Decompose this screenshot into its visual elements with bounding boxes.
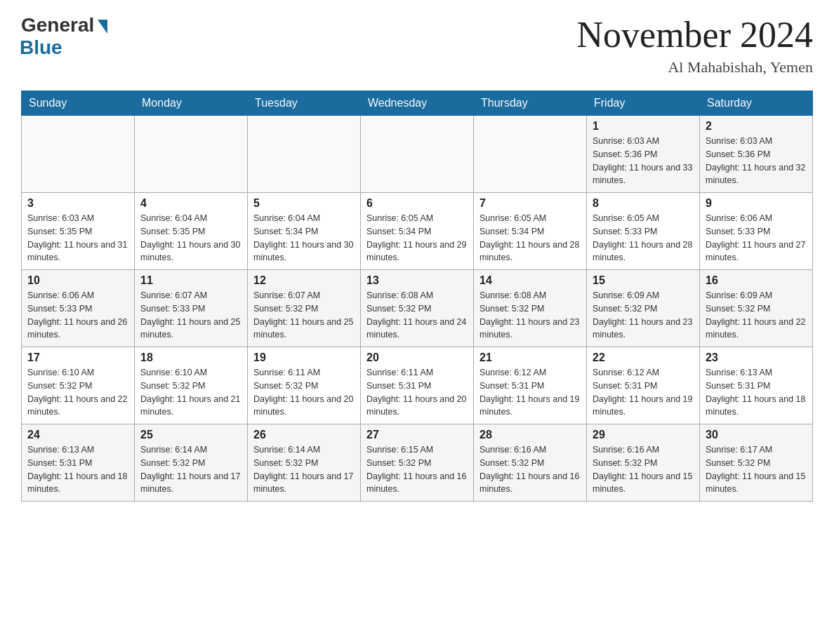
day-number: 8 (593, 197, 694, 210)
day-info: Sunrise: 6:10 AM Sunset: 5:32 PM Dayligh… (27, 366, 128, 419)
table-row (474, 116, 587, 193)
day-info: Sunrise: 6:10 AM Sunset: 5:32 PM Dayligh… (140, 366, 241, 419)
col-friday: Friday (587, 91, 700, 116)
day-info: Sunrise: 6:06 AM Sunset: 5:33 PM Dayligh… (27, 289, 128, 342)
table-row: 25Sunrise: 6:14 AM Sunset: 5:32 PM Dayli… (135, 424, 248, 502)
table-row: 19Sunrise: 6:11 AM Sunset: 5:32 PM Dayli… (248, 347, 361, 424)
day-number: 27 (366, 429, 468, 441)
table-row: 11Sunrise: 6:07 AM Sunset: 5:33 PM Dayli… (135, 270, 248, 347)
day-number: 5 (253, 197, 355, 210)
table-row: 8Sunrise: 6:05 AM Sunset: 5:33 PM Daylig… (587, 193, 700, 270)
table-row: 9Sunrise: 6:06 AM Sunset: 5:33 PM Daylig… (700, 193, 813, 270)
day-number: 25 (140, 429, 241, 441)
table-row: 4Sunrise: 6:04 AM Sunset: 5:35 PM Daylig… (135, 193, 248, 270)
day-number: 20 (366, 351, 468, 364)
table-row (22, 116, 135, 193)
day-number: 4 (140, 197, 241, 210)
col-wednesday: Wednesday (361, 91, 474, 116)
logo-arrow-icon (98, 20, 107, 34)
day-info: Sunrise: 6:14 AM Sunset: 5:32 PM Dayligh… (253, 443, 355, 496)
table-row: 29Sunrise: 6:16 AM Sunset: 5:32 PM Dayli… (587, 424, 700, 502)
day-info: Sunrise: 6:14 AM Sunset: 5:32 PM Dayligh… (140, 443, 241, 496)
day-number: 11 (140, 274, 241, 287)
day-info: Sunrise: 6:13 AM Sunset: 5:31 PM Dayligh… (706, 366, 807, 419)
table-row: 27Sunrise: 6:15 AM Sunset: 5:32 PM Dayli… (361, 424, 474, 502)
col-thursday: Thursday (474, 91, 587, 116)
day-number: 13 (366, 274, 468, 287)
day-info: Sunrise: 6:07 AM Sunset: 5:33 PM Dayligh… (140, 289, 241, 342)
table-row: 2Sunrise: 6:03 AM Sunset: 5:36 PM Daylig… (700, 116, 813, 193)
table-row (135, 116, 248, 193)
logo-blue-text: Blue (20, 36, 62, 59)
day-number: 1 (593, 120, 694, 133)
table-row: 28Sunrise: 6:16 AM Sunset: 5:32 PM Dayli… (474, 424, 587, 502)
table-row: 3Sunrise: 6:03 AM Sunset: 5:35 PM Daylig… (22, 193, 135, 270)
day-number: 15 (593, 274, 694, 287)
calendar-week-4: 17Sunrise: 6:10 AM Sunset: 5:32 PM Dayli… (22, 347, 813, 424)
table-row (248, 116, 361, 193)
day-info: Sunrise: 6:03 AM Sunset: 5:35 PM Dayligh… (27, 212, 128, 264)
day-info: Sunrise: 6:09 AM Sunset: 5:32 PM Dayligh… (706, 289, 807, 342)
day-info: Sunrise: 6:07 AM Sunset: 5:32 PM Dayligh… (253, 289, 355, 342)
day-number: 14 (479, 274, 581, 287)
table-row (361, 116, 474, 193)
calendar-week-5: 24Sunrise: 6:13 AM Sunset: 5:31 PM Dayli… (22, 424, 813, 502)
calendar-week-1: 1Sunrise: 6:03 AM Sunset: 5:36 PM Daylig… (22, 116, 813, 193)
day-info: Sunrise: 6:03 AM Sunset: 5:36 PM Dayligh… (593, 135, 694, 187)
day-number: 17 (27, 351, 128, 364)
day-info: Sunrise: 6:16 AM Sunset: 5:32 PM Dayligh… (593, 443, 694, 496)
col-sunday: Sunday (22, 91, 135, 116)
header-right: November 2024 Al Mahabishah, Yemen (577, 14, 813, 76)
day-info: Sunrise: 6:05 AM Sunset: 5:33 PM Dayligh… (593, 212, 694, 264)
day-number: 22 (593, 351, 694, 364)
day-number: 18 (140, 351, 241, 364)
table-row: 12Sunrise: 6:07 AM Sunset: 5:32 PM Dayli… (248, 270, 361, 347)
day-number: 29 (593, 429, 694, 441)
day-info: Sunrise: 6:04 AM Sunset: 5:35 PM Dayligh… (140, 212, 241, 264)
table-row: 1Sunrise: 6:03 AM Sunset: 5:36 PM Daylig… (587, 116, 700, 193)
table-row: 30Sunrise: 6:17 AM Sunset: 5:32 PM Dayli… (700, 424, 813, 502)
day-info: Sunrise: 6:04 AM Sunset: 5:34 PM Dayligh… (253, 212, 355, 264)
month-title: November 2024 (577, 14, 813, 55)
day-info: Sunrise: 6:09 AM Sunset: 5:32 PM Dayligh… (593, 289, 694, 342)
page-header: General Blue November 2024 Al Mahabishah… (21, 14, 813, 76)
logo: General Blue (21, 14, 107, 59)
day-number: 9 (706, 197, 807, 210)
day-info: Sunrise: 6:17 AM Sunset: 5:32 PM Dayligh… (706, 443, 807, 496)
day-number: 28 (479, 429, 581, 441)
logo-general-text: General (21, 14, 94, 36)
calendar-table: Sunday Monday Tuesday Wednesday Thursday… (21, 90, 813, 502)
day-number: 21 (479, 351, 581, 364)
calendar-week-3: 10Sunrise: 6:06 AM Sunset: 5:33 PM Dayli… (22, 270, 813, 347)
day-info: Sunrise: 6:12 AM Sunset: 5:31 PM Dayligh… (479, 366, 581, 419)
location: Al Mahabishah, Yemen (577, 58, 813, 76)
day-info: Sunrise: 6:13 AM Sunset: 5:31 PM Dayligh… (27, 443, 128, 496)
day-number: 12 (253, 274, 355, 287)
table-row: 22Sunrise: 6:12 AM Sunset: 5:31 PM Dayli… (587, 347, 700, 424)
day-number: 30 (706, 429, 807, 441)
table-row: 20Sunrise: 6:11 AM Sunset: 5:31 PM Dayli… (361, 347, 474, 424)
day-info: Sunrise: 6:12 AM Sunset: 5:31 PM Dayligh… (593, 366, 694, 419)
day-info: Sunrise: 6:08 AM Sunset: 5:32 PM Dayligh… (366, 289, 468, 342)
day-number: 16 (706, 274, 807, 287)
day-number: 2 (706, 120, 807, 133)
table-row: 21Sunrise: 6:12 AM Sunset: 5:31 PM Dayli… (474, 347, 587, 424)
day-number: 23 (706, 351, 807, 364)
table-row: 15Sunrise: 6:09 AM Sunset: 5:32 PM Dayli… (587, 270, 700, 347)
day-number: 19 (253, 351, 355, 364)
calendar-header-row: Sunday Monday Tuesday Wednesday Thursday… (22, 91, 813, 116)
table-row: 14Sunrise: 6:08 AM Sunset: 5:32 PM Dayli… (474, 270, 587, 347)
day-number: 10 (27, 274, 128, 287)
day-number: 24 (27, 429, 128, 441)
day-info: Sunrise: 6:15 AM Sunset: 5:32 PM Dayligh… (366, 443, 468, 496)
table-row: 7Sunrise: 6:05 AM Sunset: 5:34 PM Daylig… (474, 193, 587, 270)
day-number: 6 (366, 197, 468, 210)
col-tuesday: Tuesday (248, 91, 361, 116)
col-monday: Monday (135, 91, 248, 116)
table-row: 6Sunrise: 6:05 AM Sunset: 5:34 PM Daylig… (361, 193, 474, 270)
table-row: 26Sunrise: 6:14 AM Sunset: 5:32 PM Dayli… (248, 424, 361, 502)
day-info: Sunrise: 6:03 AM Sunset: 5:36 PM Dayligh… (706, 135, 807, 187)
table-row: 5Sunrise: 6:04 AM Sunset: 5:34 PM Daylig… (248, 193, 361, 270)
calendar-week-2: 3Sunrise: 6:03 AM Sunset: 5:35 PM Daylig… (22, 193, 813, 270)
col-saturday: Saturday (700, 91, 813, 116)
